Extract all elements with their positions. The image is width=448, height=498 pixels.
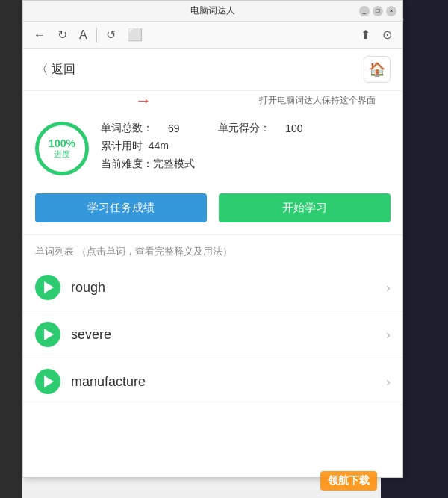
word-text-manufacture: manufacture [71, 374, 386, 390]
play-button-severe[interactable] [35, 322, 60, 347]
app-content: 〈 返回 🏠 → 打开电脑词达人保持这个界面 100% 进度 单词总数：69 [23, 49, 402, 405]
play-icon [44, 329, 54, 340]
stats-row-3: 当前难度：完整模式 [101, 158, 391, 171]
word-count-label: 单词总数： [101, 122, 153, 135]
app-header: 〈 返回 🏠 [23, 49, 402, 91]
progress-percent: 100% [49, 138, 75, 149]
word-arrow-manufacture: › [386, 374, 391, 390]
toolbar-divider [96, 28, 97, 43]
time-value: 44m [149, 140, 169, 152]
word-arrow-severe: › [386, 327, 391, 343]
word-list-header: 单词列表 （点击单词，查看完整释义及用法） [23, 235, 402, 264]
word-text-severe: severe [71, 327, 386, 343]
toolbar-right: ⬆ ⊙ [358, 26, 395, 43]
app-window: 电脑词达人 _ □ × ← ↻ A ↺ ⬜ ⬆ ⊙ 〈 返回 🏠 [22, 0, 403, 478]
browser-toolbar: ← ↻ A ↺ ⬜ ⬆ ⊙ [23, 22, 402, 49]
difficulty-value: 完整模式 [153, 158, 195, 169]
stats-info: 单词总数：69 单元得分：100 累计用时 44m 当前难度：完整模式 [101, 122, 391, 175]
results-button[interactable]: 学习任务成绩 [35, 193, 207, 222]
play-button-manufacture[interactable] [35, 369, 60, 394]
difficulty-label: 当前难度： [101, 158, 153, 169]
history-button[interactable]: ↺ [103, 26, 119, 43]
tooltip-text: 打开电脑词达人保持这个界面 [35, 94, 391, 107]
refresh-button[interactable]: ↻ [55, 26, 70, 43]
watermark: 领航下载 [320, 471, 377, 491]
play-button-rough[interactable] [35, 275, 60, 300]
play-icon [44, 376, 54, 387]
word-list-title: 单词列表 [35, 246, 74, 257]
text-button[interactable]: A [76, 27, 90, 43]
back-label: 返回 [52, 62, 75, 78]
stats-section: 100% 进度 单词总数：69 单元得分：100 累计用时 44m 当前难度：完… [23, 113, 402, 184]
tooltip-arrow: → [135, 91, 152, 111]
progress-label: 进度 [54, 149, 70, 160]
stats-row-1: 单词总数：69 单元得分：100 [101, 122, 391, 135]
word-list: rough › severe › manufacture › [23, 264, 402, 405]
title-bar-text: 电脑词达人 [190, 4, 235, 17]
back-button[interactable]: 〈 返回 [35, 60, 75, 78]
word-text-rough: rough [71, 280, 386, 296]
stats-row-2: 累计用时 44m [101, 140, 391, 153]
word-arrow-rough: › [386, 280, 391, 296]
left-panel [0, 0, 22, 498]
share-button[interactable]: ⬆ [358, 26, 373, 43]
progress-circle: 100% 进度 [35, 122, 89, 175]
unit-score-value: 100 [285, 122, 302, 134]
action-buttons: 学习任务成绩 开始学习 [23, 184, 402, 234]
unit-score-label: 单元得分： [218, 122, 270, 135]
word-list-hint: （点击单词，查看完整释义及用法） [77, 246, 232, 257]
back-chevron: 〈 [35, 60, 49, 78]
maximize-button[interactable]: □ [373, 6, 383, 16]
title-bar-controls: _ □ × [359, 6, 396, 16]
home-button[interactable]: 🏠 [364, 56, 391, 83]
home-icon: 🏠 [369, 61, 385, 78]
tab-button[interactable]: ⬜ [125, 26, 146, 43]
time-label: 累计用时 [101, 140, 143, 152]
list-item[interactable]: rough › [23, 264, 402, 311]
menu-button[interactable]: ⊙ [379, 26, 395, 43]
close-button[interactable]: × [386, 6, 396, 16]
back-nav-button[interactable]: ← [31, 27, 49, 43]
list-item[interactable]: manufacture › [23, 358, 402, 405]
study-button[interactable]: 开始学习 [219, 193, 391, 222]
title-bar: 电脑词达人 _ □ × [23, 1, 402, 22]
word-count-value: 69 [168, 122, 180, 134]
list-item[interactable]: severe › [23, 311, 402, 358]
tooltip-area: → 打开电脑词达人保持这个界面 [23, 94, 402, 113]
play-icon [44, 281, 54, 293]
minimize-button[interactable]: _ [359, 6, 370, 16]
